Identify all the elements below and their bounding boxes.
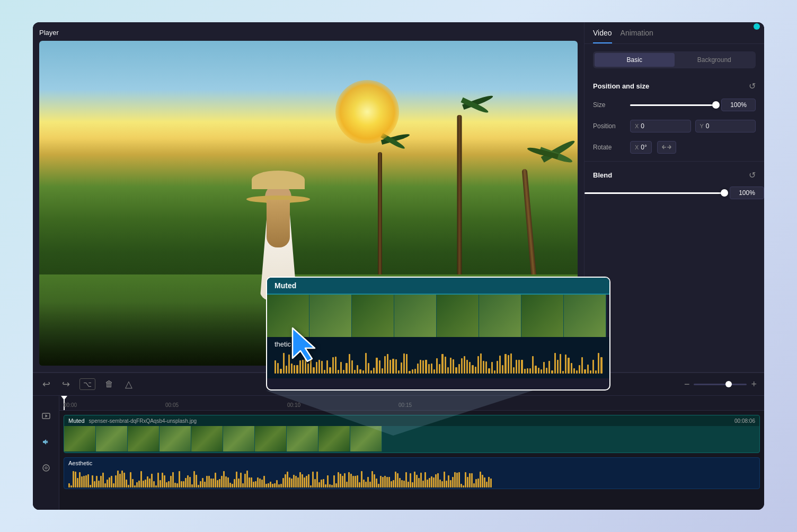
waveform-bar (488, 477, 490, 487)
popup-waveform-bar (546, 368, 547, 374)
zoom-slider[interactable] (694, 384, 747, 385)
blend-reset-icon[interactable]: ↺ (749, 170, 756, 180)
popup-waveform-bar (485, 361, 487, 374)
waveform-bar (473, 483, 475, 487)
rotate-value: 0° (641, 144, 647, 151)
popup-waveform-bar (370, 370, 372, 374)
waveform-bar (151, 474, 153, 488)
popup-waveform-bar (581, 357, 583, 374)
panel-tabs: Video Animation (585, 22, 764, 44)
waveform-bar (289, 477, 290, 487)
track-thumb-6 (223, 426, 255, 451)
split-button[interactable]: ⌥ (79, 378, 95, 390)
popup-waveform-bar (425, 360, 427, 374)
blend-slider-track[interactable] (585, 192, 724, 194)
popup-waveform-bar (598, 353, 599, 374)
palm-tree-2 (449, 99, 470, 300)
waveform-bar (393, 480, 394, 487)
position-y-group[interactable]: Y 0 (695, 120, 756, 132)
waveform-bar (244, 474, 246, 487)
flip-button[interactable] (657, 141, 676, 154)
size-value-input[interactable]: 100% (721, 99, 756, 111)
tab-video[interactable]: Video (593, 29, 612, 43)
track-thumb-7 (255, 426, 287, 451)
waveform-bar (166, 482, 167, 487)
popup-waveform-bar (524, 369, 526, 374)
waveform-bar (246, 471, 248, 487)
waveform-bar (149, 478, 150, 487)
popup-waveform-bar (565, 354, 566, 374)
waveform-bar (263, 476, 265, 487)
size-slider-track[interactable] (630, 104, 716, 106)
size-slider-thumb[interactable] (712, 101, 720, 109)
waveform-bar (164, 475, 165, 487)
toggle-basic[interactable]: Basic (595, 53, 675, 67)
waveform-bar (484, 477, 485, 487)
popup-waveform-bar (560, 354, 561, 374)
waveform-bar (77, 478, 78, 487)
position-x-group[interactable]: X 0 (630, 120, 691, 132)
tab-animation[interactable]: Animation (621, 29, 653, 43)
waveform-bar (198, 485, 199, 487)
waveform-bar (412, 482, 413, 487)
waveform-bar (384, 476, 386, 487)
audio-track-icon[interactable] (42, 464, 50, 474)
zoom-out-button[interactable]: − (684, 379, 690, 390)
waveform-bar (81, 476, 83, 487)
timeline-ruler: 00:00 00:05 00:10 00:15 (59, 396, 764, 411)
waveform-bar (287, 472, 288, 487)
waveform-bar (79, 472, 81, 487)
waveform-bar (253, 482, 254, 487)
track-thumb-5 (191, 426, 223, 451)
waveform-bar (70, 485, 72, 487)
position-reset-icon[interactable]: ↺ (749, 81, 756, 91)
popup-waveform-bar (491, 362, 493, 374)
waveform-bar (420, 473, 422, 487)
waveform-bar (140, 471, 142, 487)
video-track-icon[interactable] (42, 412, 50, 422)
waveform-bar (465, 472, 466, 487)
toggle-background[interactable]: Background (675, 53, 755, 67)
delete-button[interactable]: 🗑 (103, 378, 116, 390)
zoom-in-button[interactable]: + (751, 379, 757, 390)
undo-button[interactable]: ↩ (40, 377, 52, 391)
waveform-bar (215, 473, 216, 487)
popup-thumb-6 (479, 295, 521, 337)
popup-waveform-bar (455, 367, 457, 374)
waveform-bar (83, 476, 85, 487)
waveform-bar (297, 477, 299, 487)
blend-value-input[interactable]: 100% (730, 187, 764, 199)
popup-waveform-bar (343, 370, 344, 374)
popup-thumb-3 (352, 295, 394, 337)
position-control-row: Position X 0 Y 0 (585, 116, 764, 137)
waveform-bar (431, 476, 432, 487)
redo-button[interactable]: ↪ (60, 377, 72, 391)
popup-waveform-bar (382, 368, 383, 374)
mute-button[interactable] (42, 438, 50, 448)
popup-waveform-bar (420, 360, 421, 374)
blend-slider-thumb[interactable] (721, 189, 728, 197)
zoom-slider-thumb[interactable] (725, 381, 732, 387)
audio-track[interactable]: Aesthetic (64, 457, 760, 489)
waveform-bar (87, 474, 89, 487)
rotate-input-group[interactable]: X 0° (630, 141, 652, 154)
waveform-bar (160, 480, 161, 487)
waveform-bar (293, 475, 295, 487)
waveform-bar (193, 471, 195, 487)
waveform-bar (240, 473, 242, 487)
waveform-bar (316, 472, 318, 487)
popup-waveform-bar (368, 363, 369, 374)
waveform-bar (335, 483, 337, 487)
video-track[interactable]: Muted spenser-sembrat-dqFRxQAqsb4-unspla… (64, 415, 760, 453)
waveform-bar (338, 472, 339, 487)
sun-glow (335, 80, 399, 144)
waveform-bar (126, 480, 127, 487)
waveform-bar (486, 482, 488, 487)
waveform-bar (342, 476, 343, 487)
waveform-bar (187, 475, 189, 487)
marker-button[interactable]: △ (123, 377, 135, 391)
waveform-bar (265, 484, 267, 487)
popup-waveform-bar (551, 370, 553, 374)
popup-waveform-bar (329, 367, 331, 374)
waveform-bar (261, 480, 263, 487)
